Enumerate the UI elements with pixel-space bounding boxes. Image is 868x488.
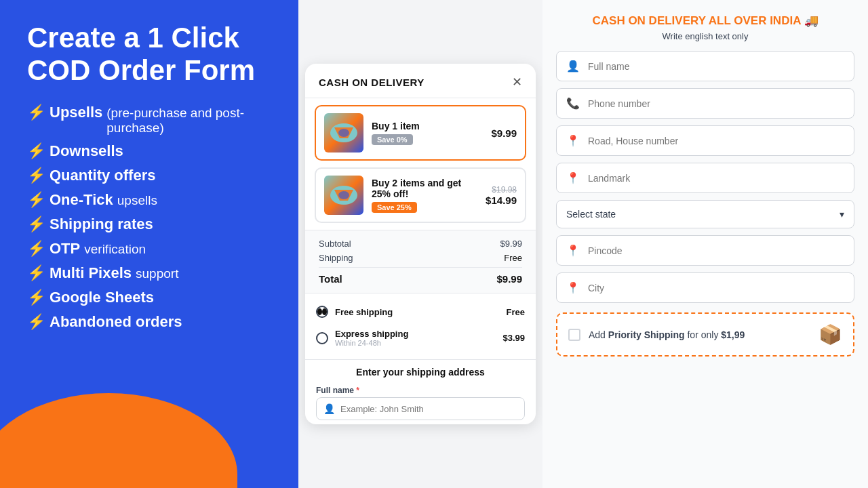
chevron-down-icon: ▾	[840, 209, 844, 220]
form-field-phone: 📞	[556, 88, 854, 119]
feature-abandoned: ⚡ Abandoned orders	[27, 313, 271, 331]
item-image-1	[324, 113, 363, 152]
cod-header: CASH ON DELIVERY ✕	[305, 64, 536, 98]
state-select[interactable]: Select state	[566, 209, 840, 220]
item-price-2: $19.98 $14.99	[486, 185, 517, 206]
priority-checkbox[interactable]	[568, 329, 580, 341]
shipping-value: Free	[504, 253, 522, 263]
location-icon: 📍	[566, 281, 580, 294]
fullname-label: Full name *	[316, 386, 525, 395]
right-panel: CASH ON DELIVERY ALL OVER INDIA 🚚 Write …	[542, 0, 868, 488]
right-header-title: CASH ON DELIVERY ALL OVER INDIA 🚚	[556, 14, 854, 28]
person-icon: 👤	[566, 60, 580, 73]
save-badge-1: Save 0%	[372, 134, 413, 145]
fullname-input[interactable]	[340, 404, 517, 414]
form-field-landmark: 📍	[556, 163, 854, 193]
current-price-2: $14.99	[486, 195, 517, 206]
priority-text: Add Priority Shipping for only $1,99	[589, 329, 810, 340]
right-header: CASH ON DELIVERY ALL OVER INDIA 🚚 Write …	[556, 14, 854, 41]
page-title: Create a 1 Click COD Order Form	[27, 22, 271, 87]
fullname-right-input[interactable]	[588, 61, 844, 72]
shipping-option-free[interactable]: Free shipping Free	[316, 300, 525, 323]
subtotal-row: Subtotal $9.99	[319, 239, 522, 249]
shipping-label-express: Express shipping Within 24-48h	[335, 329, 496, 347]
phone-icon: 📞	[566, 97, 580, 110]
person-icon: 👤	[323, 403, 335, 414]
cod-title: CASH ON DELIVERY	[319, 77, 425, 88]
address-header: Enter your shipping address	[305, 359, 536, 382]
feature-list: ⚡ Upsells (pre-purchase and post-purchas…	[27, 104, 271, 331]
cod-card: CASH ON DELIVERY ✕ Buy 1 item Save 0% $9…	[305, 64, 536, 424]
bolt-icon: ⚡	[27, 191, 45, 209]
close-button[interactable]: ✕	[512, 75, 522, 89]
subtotal-value: $9.99	[500, 239, 522, 249]
save-badge-2: Save 25%	[372, 202, 417, 213]
state-select-wrapper[interactable]: Select state ▾	[556, 200, 854, 228]
radio-free[interactable]	[316, 306, 328, 318]
priority-shipping-box[interactable]: Add Priority Shipping for only $1,99 📦	[556, 312, 854, 357]
fullname-field: Full name * 👤	[305, 382, 536, 424]
left-panel: Create a 1 Click COD Order Form ⚡ Upsell…	[0, 0, 298, 488]
item-price-1: $9.99	[491, 127, 517, 139]
pincode-input[interactable]	[588, 245, 844, 256]
feature-sheets: ⚡ Google Sheets	[27, 289, 271, 306]
location-icon: 📍	[566, 134, 580, 147]
feature-otp: ⚡ OTP verification	[27, 240, 271, 258]
radio-express[interactable]	[316, 332, 328, 344]
bolt-icon: ⚡	[27, 142, 45, 160]
bolt-icon: ⚡	[27, 264, 45, 282]
phone-input[interactable]	[588, 98, 844, 109]
address-input[interactable]	[588, 136, 844, 146]
feature-onetick: ⚡ One-Tick upsells	[27, 191, 271, 209]
bolt-icon: ⚡	[27, 216, 45, 233]
city-input[interactable]	[588, 283, 844, 293]
total-value: $9.99	[496, 273, 522, 285]
form-field-address: 📍	[556, 125, 854, 156]
feature-shipping-rates: ⚡ Shipping rates	[27, 216, 271, 233]
shipping-label-free: Free shipping	[335, 307, 500, 317]
feature-pixels: ⚡ Multi Pixels support	[27, 264, 271, 282]
landmark-input[interactable]	[588, 173, 844, 184]
svg-point-2	[338, 129, 349, 137]
package-icon: 📦	[818, 323, 842, 346]
svg-point-5	[338, 191, 349, 199]
total-label: Total	[319, 273, 342, 285]
shipping-price-free: Free	[507, 307, 525, 317]
shipping-row: Shipping Free	[319, 253, 522, 263]
item-card-2[interactable]: Buy 2 items and get 25% off! Save 25% $1…	[315, 167, 526, 223]
shipping-option-express[interactable]: Express shipping Within 24-48h $3.99	[316, 323, 525, 352]
location-icon: 📍	[566, 171, 580, 184]
bolt-icon: ⚡	[27, 240, 45, 258]
total-row: Total $9.99	[319, 267, 522, 285]
feature-quantity: ⚡ Quantity offers	[27, 167, 271, 184]
item-card-1[interactable]: Buy 1 item Save 0% $9.99	[315, 105, 526, 161]
subtotal-label: Subtotal	[319, 239, 351, 249]
item-title-2: Buy 2 items and get 25% off!	[372, 178, 477, 199]
bolt-icon: ⚡	[27, 289, 45, 306]
bolt-icon: ⚡	[27, 313, 45, 331]
location-icon: 📍	[566, 244, 580, 257]
item-info-2: Buy 2 items and get 25% off! Save 25%	[372, 178, 477, 213]
feature-downsells: ⚡ Downsells	[27, 142, 271, 160]
middle-panel: CASH ON DELIVERY ✕ Buy 1 item Save 0% $9…	[298, 0, 542, 488]
bolt-icon: ⚡	[27, 167, 45, 184]
shipping-price-express: $3.99	[502, 333, 525, 343]
item-title-1: Buy 1 item	[372, 121, 483, 131]
item-info-1: Buy 1 item Save 0%	[372, 121, 483, 145]
decorative-blob	[0, 393, 237, 488]
form-field-fullname: 👤	[556, 51, 854, 81]
bolt-icon: ⚡	[27, 104, 45, 121]
fullname-input-wrapper: 👤	[316, 397, 525, 420]
item-image-2	[324, 176, 363, 215]
shipping-label: Shipping	[319, 253, 353, 263]
current-price-1: $9.99	[491, 127, 517, 139]
shipping-options: Free shipping Free Express shipping With…	[305, 293, 536, 359]
feature-upsells: ⚡ Upsells (pre-purchase and post-purchas…	[27, 104, 271, 136]
form-field-pincode: 📍	[556, 235, 854, 266]
right-header-sub: Write english text only	[556, 31, 854, 41]
form-field-city: 📍	[556, 272, 854, 303]
original-price-2: $19.98	[486, 185, 517, 195]
order-summary: Subtotal $9.99 Shipping Free Total $9.99	[305, 230, 536, 293]
